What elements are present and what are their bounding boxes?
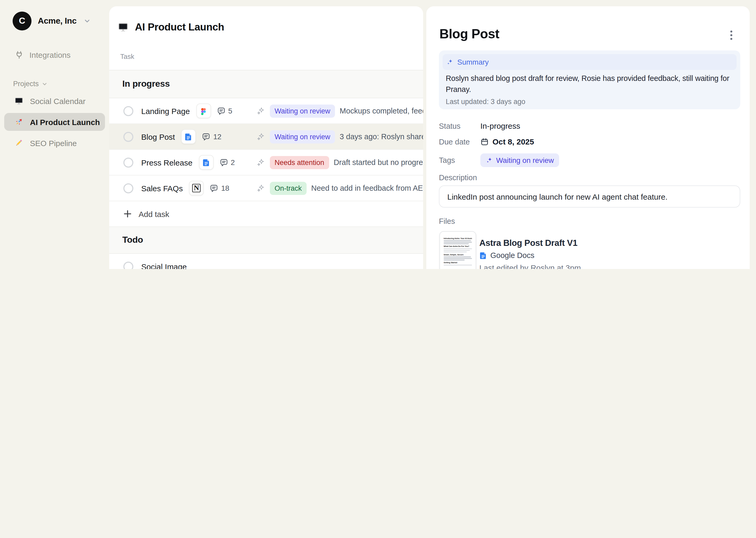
task-checkbox[interactable] [123,132,133,141]
google-docs-icon [199,155,213,170]
file-app-name: Google Docs [490,251,535,259]
summary-label: Summary [457,58,489,66]
task-row-sales-faqs[interactable]: Sales FAQs N 18 On-track Ne [109,176,423,201]
calendar-icon [480,137,489,146]
status-badge: Waiting on review [270,130,335,143]
task-name: Press Release [141,158,192,167]
sparkle-icon [256,106,265,115]
thumb-heading: Smart, Simple, Secure [444,254,472,256]
comment-indicator: 12 [202,132,221,141]
sidebar-item-social-calendar[interactable]: Social Calendar [4,92,105,110]
task-detail-panel: Blog Post Summary Roslyn shared blog pos… [426,6,750,269]
field-label: Status [439,122,480,130]
task-row-landing-page[interactable]: Landing Page 5 [109,98,423,124]
workspace-switcher[interactable]: C Acme, Inc [13,12,90,30]
field-label: Due date [439,137,480,146]
comment-count: 5 [228,107,232,115]
sparkle-icon [256,184,265,192]
sidebar-item-label: AI Product Launch [30,117,100,126]
description-text: LinkedIn post announcing launch for new … [447,192,668,201]
detail-title: Blog Post [440,26,499,41]
task-name: Social Image [141,262,187,269]
sidebar-item-ai-product-launch[interactable]: AI Product Launch [4,113,105,131]
task-list-header: AI Product Launch Task [109,6,423,71]
sparkle-icon [256,132,265,141]
sidebar-item-integrations[interactable]: Integrations [0,45,109,64]
pencil-icon [14,138,24,148]
comment-count: 12 [213,133,221,141]
monitor-icon [118,22,129,32]
notion-icon: N [189,181,204,195]
sidebar-item-label: Social Calendar [30,96,86,105]
thumb-heading: Introducing Astra: Your AI Assistant [444,237,472,239]
monitor-icon [14,96,24,105]
comment-indicator: 2 [219,158,235,167]
status-badge: Waiting on review [270,104,335,117]
task-name: Sales FAQs [141,184,183,192]
chevron-down-icon [84,18,90,24]
sparkle-icon [486,157,493,164]
column-header-task: Task [120,53,134,60]
field-row-tags: Tags Waiting on review [439,153,559,167]
task-list-panel: AI Product Launch Task In progress Landi… [109,6,423,269]
sidebar: C Acme, Inc Integrations Projects [0,0,109,269]
task-note: Need to add in feedback from AEs [311,184,423,192]
section-title: In progress [122,79,170,89]
section-header-todo: Todo [109,227,423,254]
add-task-button[interactable]: Add task [109,201,423,227]
comment-indicator: 5 [216,106,232,115]
task-checkbox[interactable] [123,183,133,193]
tag-label: Waiting on review [496,156,554,164]
sidebar-item-seo-pipeline[interactable]: SEO Pipeline [4,134,105,152]
task-note: Draft started but no progress, du [334,158,423,167]
google-docs-icon [480,251,487,259]
tag-badge[interactable]: Waiting on review [480,153,559,167]
description-field[interactable]: LinkedIn post announcing launch for new … [439,186,740,207]
file-thumbnail[interactable]: Introducing Astra: Your AI Assistant Wha… [440,231,476,269]
task-name: Landing Page [141,106,190,115]
summary-header: Summary [443,54,736,70]
section-header-in-progress: In progress [109,71,423,98]
description-label: Description [439,173,477,182]
figma-icon [196,103,211,118]
sidebar-item-label: Integrations [29,50,71,59]
plug-icon [15,50,24,59]
summary-updated: Last updated: 3 days ago [446,98,525,106]
status-badge: Needs attention [270,156,329,169]
comment-indicator: 18 [210,184,229,192]
task-row-press-release[interactable]: Press Release 2 [109,150,423,176]
task-checkbox[interactable] [123,106,133,116]
field-label: Tags [439,156,480,164]
due-date-value[interactable]: Oct 8, 2025 [493,137,534,146]
projects-section-header[interactable]: Projects [13,80,47,88]
status-badge: On-track [270,182,307,195]
task-note: Mockups completed, feedback [340,107,423,115]
add-task-label: Add task [139,209,169,218]
task-row-social-image[interactable]: Social Image [109,254,423,269]
file-title[interactable]: Astra Blog Post Draft V1 [479,238,578,248]
rocket-icon [14,117,24,127]
task-row-blog-post[interactable]: Blog Post 12 [109,124,423,150]
files-label: Files [439,217,455,225]
plus-icon [123,210,132,218]
ai-summary-card: Summary Roslyn shared blog post draft fo… [439,50,740,109]
task-checkbox[interactable] [123,157,133,167]
status-value[interactable]: In-progress [480,121,520,130]
sparkle-icon [446,58,453,66]
app-canvas: C Acme, Inc Integrations Projects [0,0,756,269]
section-title: Todo [122,235,143,245]
task-note: 3 days ago: Roslyn shared blog [340,133,423,141]
page-title: AI Product Launch [135,21,224,33]
field-row-due-date: Due date Oct 8, 2025 [439,137,534,146]
thumb-heading: What Can Astra Do For You? [444,245,472,247]
file-app-row: Google Docs [480,251,535,259]
task-checkbox[interactable] [123,261,133,269]
task-name: Blog Post [141,132,175,141]
file-edited-meta: Last edited by Roslyn at 3pm [479,263,581,269]
projects-label: Projects [13,80,39,88]
kebab-menu-icon[interactable] [726,29,737,41]
field-row-status: Status In-progress [439,121,520,130]
workspace-name: Acme, Inc [38,16,77,26]
chevron-down-icon [42,81,47,86]
summary-text: Roslyn shared blog post draft for review… [446,73,737,95]
